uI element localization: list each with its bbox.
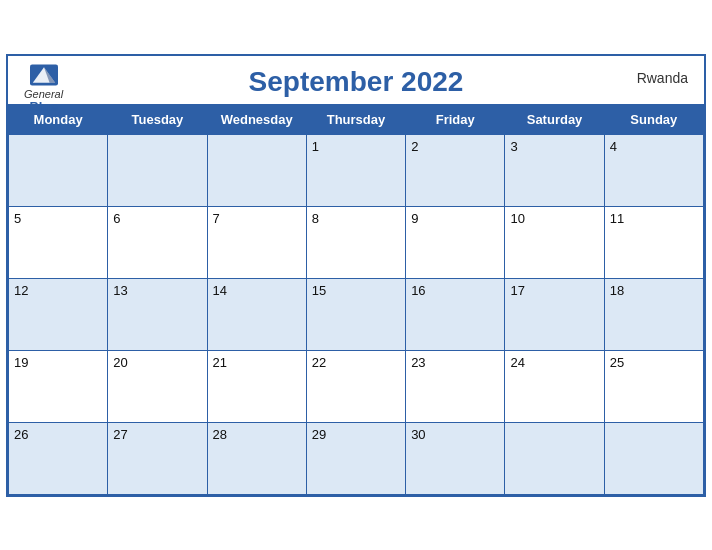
- brand-icon: [30, 64, 58, 86]
- calendar-cell: 14: [207, 278, 306, 350]
- header-wednesday: Wednesday: [207, 104, 306, 134]
- calendar-week-row: 1234: [9, 134, 704, 206]
- calendar-cell: 11: [604, 206, 703, 278]
- calendar-cell: [604, 422, 703, 494]
- calendar-title: September 2022: [249, 66, 464, 98]
- day-number: 16: [411, 283, 425, 298]
- day-number: 28: [213, 427, 227, 442]
- calendar-cell: 27: [108, 422, 207, 494]
- day-number: 8: [312, 211, 319, 226]
- calendar-table: Monday Tuesday Wednesday Thursday Friday…: [8, 104, 704, 495]
- calendar-cell: [505, 422, 604, 494]
- calendar-cell: 20: [108, 350, 207, 422]
- day-number: 18: [610, 283, 624, 298]
- day-number: 10: [510, 211, 524, 226]
- calendar-cell: 5: [9, 206, 108, 278]
- day-number: 29: [312, 427, 326, 442]
- weekday-header-row: Monday Tuesday Wednesday Thursday Friday…: [9, 104, 704, 134]
- day-number: 23: [411, 355, 425, 370]
- day-number: 11: [610, 211, 624, 226]
- brand-blue-text: Blue: [29, 100, 57, 114]
- calendar-cell: 17: [505, 278, 604, 350]
- calendar-cell: 9: [406, 206, 505, 278]
- calendar-cell: [9, 134, 108, 206]
- calendar-cell: 13: [108, 278, 207, 350]
- calendar-cell: 26: [9, 422, 108, 494]
- calendar-cell: 10: [505, 206, 604, 278]
- brand-general-text: General: [24, 88, 63, 100]
- calendar-cell: 16: [406, 278, 505, 350]
- calendar-week-row: 567891011: [9, 206, 704, 278]
- calendar: General Blue September 2022 Rwanda Monda…: [6, 54, 706, 497]
- day-number: 22: [312, 355, 326, 370]
- day-number: 13: [113, 283, 127, 298]
- calendar-cell: 3: [505, 134, 604, 206]
- brand-logo-area: General Blue: [24, 64, 63, 114]
- calendar-cell: 29: [306, 422, 405, 494]
- calendar-cell: 2: [406, 134, 505, 206]
- day-number: 19: [14, 355, 28, 370]
- calendar-week-row: 2627282930: [9, 422, 704, 494]
- day-number: 9: [411, 211, 418, 226]
- calendar-cell: 28: [207, 422, 306, 494]
- day-number: 1: [312, 139, 319, 154]
- calendar-cell: 25: [604, 350, 703, 422]
- calendar-cell: 18: [604, 278, 703, 350]
- calendar-cell: 22: [306, 350, 405, 422]
- calendar-cell: 1: [306, 134, 405, 206]
- calendar-cell: 21: [207, 350, 306, 422]
- country-label: Rwanda: [637, 70, 688, 86]
- header-friday: Friday: [406, 104, 505, 134]
- day-number: 24: [510, 355, 524, 370]
- day-number: 6: [113, 211, 120, 226]
- day-number: 3: [510, 139, 517, 154]
- day-number: 25: [610, 355, 624, 370]
- calendar-cell: 19: [9, 350, 108, 422]
- day-number: 4: [610, 139, 617, 154]
- calendar-week-row: 19202122232425: [9, 350, 704, 422]
- header-sunday: Sunday: [604, 104, 703, 134]
- calendar-header: General Blue September 2022 Rwanda: [8, 56, 704, 104]
- calendar-cell: 23: [406, 350, 505, 422]
- day-number: 7: [213, 211, 220, 226]
- calendar-cell: 24: [505, 350, 604, 422]
- calendar-cell: 15: [306, 278, 405, 350]
- day-number: 15: [312, 283, 326, 298]
- day-number: 5: [14, 211, 21, 226]
- day-number: 26: [14, 427, 28, 442]
- calendar-cell: [108, 134, 207, 206]
- header-saturday: Saturday: [505, 104, 604, 134]
- day-number: 14: [213, 283, 227, 298]
- calendar-week-row: 12131415161718: [9, 278, 704, 350]
- calendar-cell: 8: [306, 206, 405, 278]
- calendar-cell: 7: [207, 206, 306, 278]
- calendar-cell: 4: [604, 134, 703, 206]
- day-number: 2: [411, 139, 418, 154]
- calendar-cell: 6: [108, 206, 207, 278]
- day-number: 12: [14, 283, 28, 298]
- calendar-cell: 12: [9, 278, 108, 350]
- calendar-cell: [207, 134, 306, 206]
- day-number: 20: [113, 355, 127, 370]
- day-number: 17: [510, 283, 524, 298]
- header-tuesday: Tuesday: [108, 104, 207, 134]
- day-number: 21: [213, 355, 227, 370]
- day-number: 30: [411, 427, 425, 442]
- day-number: 27: [113, 427, 127, 442]
- header-thursday: Thursday: [306, 104, 405, 134]
- calendar-cell: 30: [406, 422, 505, 494]
